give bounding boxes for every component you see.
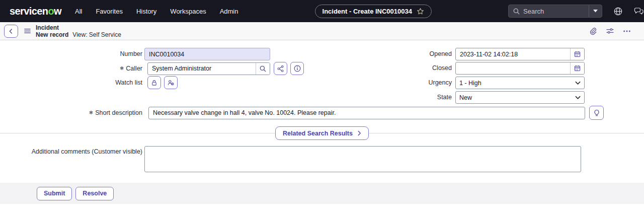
number-label: Number [0, 48, 142, 60]
record-context-label: Incident - Create INC0010034 [323, 8, 412, 15]
number-field[interactable] [144, 48, 270, 60]
opened-field-group [455, 48, 585, 60]
calendar-icon [574, 64, 581, 72]
info-icon [293, 64, 301, 73]
state-label: State [322, 91, 452, 104]
search-scope-dropdown[interactable] [589, 5, 602, 17]
urgency-select[interactable]: 1 - High [455, 77, 585, 89]
calendar-icon [574, 50, 581, 58]
related-search-results-label: Related Search Results [283, 130, 353, 137]
form-context-menu-icon[interactable] [24, 27, 31, 35]
caller-share-button[interactable] [274, 62, 287, 75]
lock-icon [150, 79, 158, 87]
nav-item-all[interactable]: All [75, 8, 82, 15]
logo-green-o: o [48, 6, 54, 17]
required-marker: ✱ [120, 66, 124, 71]
nav-center: Incident - Create INC0010034 [238, 5, 509, 18]
closed-label: Closed [322, 62, 452, 75]
closed-field-group [455, 62, 585, 75]
state-select-wrap: New [455, 91, 585, 104]
required-marker: ✱ [89, 110, 93, 115]
watch-list-add-me-button[interactable] [164, 76, 178, 89]
caller-label: ✱ Caller [0, 62, 142, 75]
personalize-sliders-icon[interactable] [606, 27, 614, 35]
logo-text: servicen [10, 6, 48, 17]
more-options-icon[interactable] [623, 27, 631, 35]
opened-field[interactable] [456, 48, 570, 60]
submit-button[interactable]: Submit [37, 187, 72, 200]
top-nav: servicenow All Favorites History Workspa… [0, 0, 644, 22]
logo-text-end: w [54, 6, 61, 17]
closed-calendar-button[interactable] [570, 62, 584, 74]
nav-item-admin[interactable]: Admin [220, 8, 238, 15]
view-label[interactable]: View: Self Service [72, 32, 121, 38]
chevron-right-icon [358, 130, 361, 136]
incident-form: Number ✱ Caller [0, 40, 644, 183]
form-toolbar: Incident New record View: Self Service [0, 22, 644, 40]
search-input[interactable] [523, 8, 589, 15]
caret-down-icon [593, 10, 598, 13]
back-button[interactable] [4, 25, 18, 38]
additional-comments-label: Additional comments (Customer visible) [0, 146, 142, 155]
resolve-button[interactable]: Resolve [75, 187, 114, 200]
globe-icon[interactable] [613, 7, 623, 16]
opened-label: Opened [322, 48, 452, 60]
record-subtitle: New record View: Self Service [36, 32, 121, 38]
global-search [508, 5, 602, 18]
nav-right-group [508, 5, 644, 18]
record-context-pill[interactable]: Incident - Create INC0010034 [315, 5, 432, 18]
nav-item-history[interactable]: History [136, 8, 156, 15]
short-description-field[interactable] [148, 107, 585, 119]
back-chevron-icon [8, 28, 15, 35]
caller-lookup-button[interactable] [256, 63, 270, 75]
additional-comments-field[interactable] [144, 146, 581, 172]
state-select[interactable]: New [455, 91, 585, 104]
caller-preview-button[interactable] [290, 62, 304, 75]
nav-item-favorites[interactable]: Favorites [96, 8, 122, 15]
lookup-magnifier-icon [259, 65, 267, 73]
urgency-label: Urgency [322, 77, 452, 89]
nav-item-workspaces[interactable]: Workspaces [170, 8, 206, 15]
opened-calendar-button[interactable] [570, 48, 584, 60]
nav-menu: All Favorites History Workspaces Admin [75, 8, 238, 15]
favorite-star-icon[interactable] [417, 8, 424, 15]
record-type-title: Incident [36, 25, 121, 31]
caller-field-group [147, 62, 270, 75]
add-person-icon [167, 79, 175, 87]
short-description-label: ✱ Short description [0, 107, 142, 119]
suggestion-button[interactable] [589, 106, 604, 120]
form-toolbar-actions [589, 27, 644, 35]
share-nodes-icon [277, 65, 284, 73]
nav-left-group: servicenow All Favorites History Workspa… [0, 6, 238, 17]
lightbulb-icon [593, 109, 601, 117]
search-icon [513, 8, 520, 15]
watch-list-lock-button[interactable] [147, 76, 161, 89]
record-title-block: Incident New record View: Self Service [36, 25, 121, 38]
related-search-results-button[interactable]: Related Search Results [275, 126, 369, 140]
urgency-select-wrap: 1 - High [455, 77, 585, 89]
form-action-bar: Submit Resolve [0, 183, 644, 204]
caller-field[interactable] [148, 63, 256, 75]
chat-icon[interactable] [634, 7, 644, 16]
watch-list-label: Watch list [0, 77, 142, 89]
closed-field[interactable] [456, 62, 570, 74]
attachment-paperclip-icon[interactable] [589, 27, 597, 35]
servicenow-logo[interactable]: servicenow [10, 6, 61, 17]
record-status: New record [36, 32, 68, 38]
